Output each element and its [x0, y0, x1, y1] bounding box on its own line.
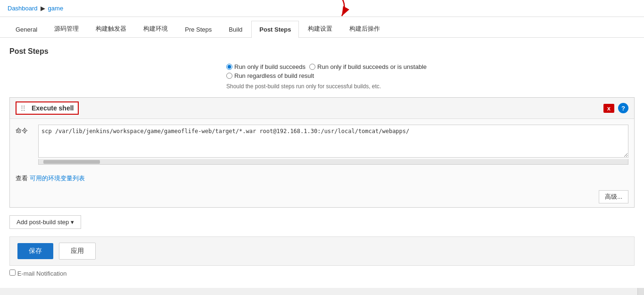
tab-general[interactable]: General	[8, 21, 45, 38]
env-link-row: 查看 可用的环境变量列表	[10, 170, 634, 186]
breadcrumb-sep1: ▶	[41, 5, 45, 12]
scrollbar-thumb	[43, 160, 100, 164]
shell-help-button[interactable]: ?	[618, 103, 628, 113]
drag-handle-icon[interactable]	[20, 104, 28, 112]
shell-header-right: x ?	[603, 103, 628, 113]
add-step-row: Add post-build step ▾	[9, 215, 635, 229]
breadcrumb-dashboard[interactable]: Dashboard	[8, 5, 38, 12]
email-notification-checkbox[interactable]	[9, 270, 16, 276]
tab-presteps[interactable]: Pre Steps	[177, 21, 220, 38]
radio-option3[interactable]	[226, 73, 232, 79]
breadcrumb: Dashboard ▶ game	[0, 0, 644, 17]
advanced-button[interactable]: 高级...	[599, 190, 628, 203]
shell-body: 命令 scp /var/lib/jenkins/workspace/game/g…	[10, 119, 634, 170]
radio-option3-label[interactable]: Run regardless of build result	[226, 72, 314, 79]
radio-option2-label[interactable]: Run only if build succeeds or is unstabl…	[309, 63, 427, 70]
command-label: 命令	[16, 125, 34, 165]
shell-input-area: scp /var/lib/jenkins/workspace/game/game…	[38, 125, 628, 165]
radio-option1[interactable]	[226, 64, 232, 70]
shell-header: Execute shell x ?	[10, 98, 634, 119]
shell-title: Execute shell	[32, 104, 74, 112]
bottom-section: 保存 应用	[9, 236, 635, 266]
tab-settings[interactable]: 构建设置	[300, 19, 340, 38]
horizontal-scrollbar[interactable]	[38, 159, 628, 165]
save-button[interactable]: 保存	[17, 243, 53, 259]
env-link[interactable]: 可用的环境变量列表	[30, 175, 85, 182]
radio-option1-label[interactable]: Run only if build succeeds	[226, 63, 305, 70]
command-input[interactable]: scp /var/lib/jenkins/workspace/game/game…	[38, 125, 628, 158]
tab-env[interactable]: 构建环境	[135, 19, 176, 38]
content-area: Post Steps Run only if build succeeds Ru…	[0, 38, 644, 288]
env-prefix: 查看	[16, 175, 28, 182]
tab-bar: General 源码管理 构建触发器 构建环境 Pre Steps Build …	[0, 17, 644, 38]
email-notification-label: E-mail Notification	[9, 270, 635, 277]
page-title: Post Steps	[9, 47, 635, 56]
tab-postbuild[interactable]: 构建后操作	[341, 19, 388, 38]
advanced-row: 高级...	[10, 186, 634, 207]
add-post-build-step-button[interactable]: Add post-build step ▾	[9, 215, 81, 229]
radio-group: Run only if build succeeds Run only if b…	[226, 63, 635, 79]
tab-poststeps[interactable]: Post Steps	[251, 21, 299, 38]
breadcrumb-project[interactable]: game	[48, 5, 64, 12]
shell-block: Execute shell x ? 命令 scp /var/lib/jenkin…	[9, 97, 635, 208]
tab-source[interactable]: 源码管理	[46, 19, 87, 38]
radio-option2[interactable]	[309, 64, 315, 70]
radio-hint: Should the post-build steps run only for…	[226, 83, 635, 90]
apply-button[interactable]: 应用	[59, 243, 96, 260]
shell-delete-button[interactable]: x	[603, 104, 614, 113]
tab-triggers[interactable]: 构建触发器	[88, 19, 134, 38]
shell-header-left: Execute shell	[16, 101, 79, 115]
tab-build[interactable]: Build	[221, 21, 250, 38]
